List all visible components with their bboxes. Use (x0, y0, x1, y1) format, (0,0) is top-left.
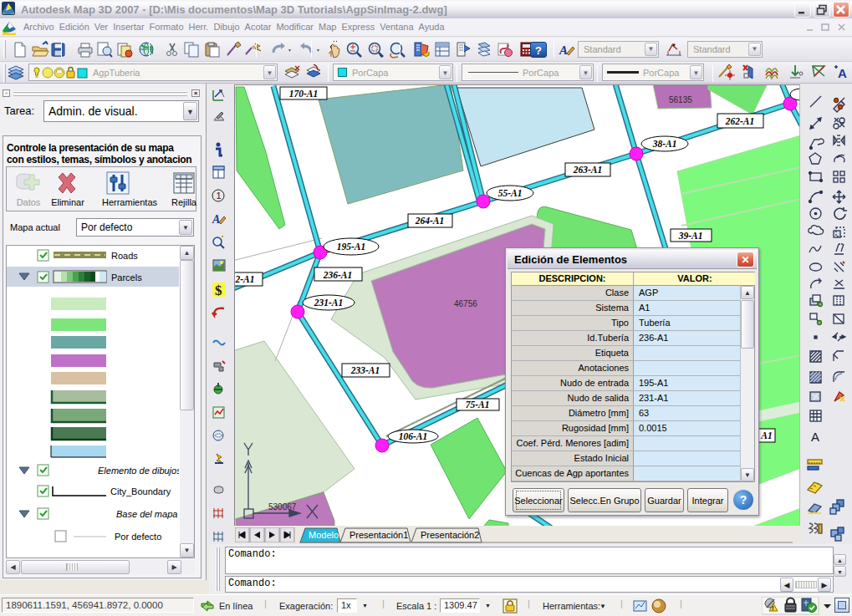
svg-text:A: A (811, 430, 819, 444)
svg-text:195-A1: 195-A1 (337, 242, 366, 252)
svg-text:263-A1: 263-A1 (573, 165, 603, 175)
svg-text:!: ! (772, 604, 774, 612)
svg-text:Modelo: Modelo (309, 530, 339, 540)
svg-text:56135: 56135 (669, 95, 692, 104)
svg-text:Elemento de dibujos: Elemento de dibujos (98, 466, 179, 476)
svg-text:236-A1: 236-A1 (323, 270, 353, 280)
svg-text:Base del mapa: Base del mapa (116, 509, 177, 519)
svg-text:39-A1: 39-A1 (678, 231, 703, 241)
svg-text:Parcels: Parcels (111, 272, 142, 283)
svg-text:City_Boundary: City_Boundary (110, 486, 171, 496)
svg-text:$: $ (215, 283, 222, 298)
svg-text:Presentación1: Presentación1 (349, 530, 408, 540)
svg-text:233-A1: 233-A1 (350, 365, 380, 375)
svg-text:A: A (559, 43, 568, 57)
svg-text:55-A1: 55-A1 (498, 188, 523, 198)
svg-text:106-A1: 106-A1 (399, 431, 428, 441)
svg-text:46756: 46756 (454, 299, 477, 308)
svg-text:262-A1: 262-A1 (725, 116, 755, 126)
svg-text:264-A1: 264-A1 (415, 216, 445, 226)
svg-text:Presentación2: Presentación2 (421, 530, 479, 540)
svg-text:A: A (212, 213, 220, 226)
svg-text:75-A1: 75-A1 (466, 400, 490, 410)
svg-text:231-A1: 231-A1 (314, 298, 344, 308)
svg-text:A: A (838, 66, 847, 80)
svg-text:A1: A1 (760, 430, 772, 440)
svg-text:2-A1: 2-A1 (235, 274, 255, 284)
svg-text:38-A1: 38-A1 (652, 139, 677, 149)
svg-text:Roads: Roads (111, 251, 138, 261)
svg-text:530067: 530067 (268, 502, 297, 512)
svg-text:170-A1: 170-A1 (289, 89, 319, 99)
svg-text:1: 1 (217, 191, 222, 201)
svg-text:Por defecto: Por defecto (115, 532, 161, 542)
